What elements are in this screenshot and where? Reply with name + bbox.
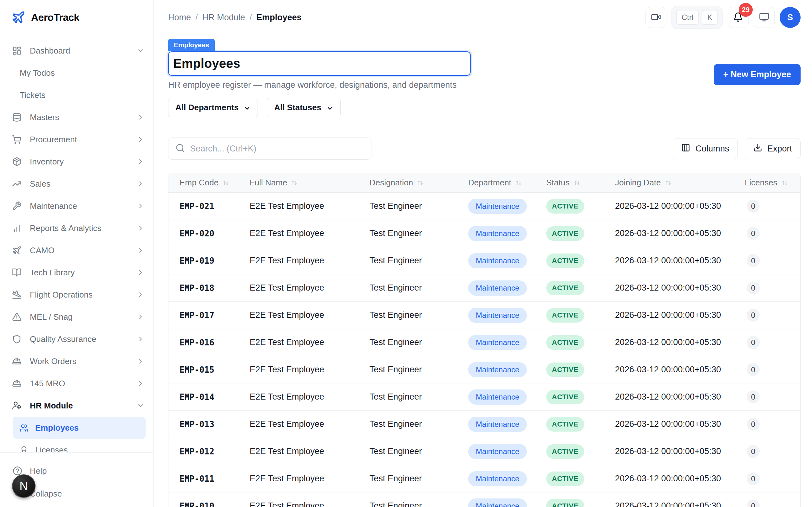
sidebar-item-flight-operations[interactable]: Flight Operations: [0, 284, 153, 306]
package-icon: [12, 157, 21, 166]
sidebar-item-sales[interactable]: Sales: [0, 173, 153, 195]
chevron-down-icon: [326, 104, 334, 111]
new-employee-button[interactable]: + New Employee: [714, 64, 801, 85]
dashboard-icon: [12, 46, 21, 55]
department-badge: Maintenance: [468, 444, 527, 459]
table-row[interactable]: EMP-017 E2E Test Employee Test Engineer …: [168, 302, 800, 329]
sort-icon: [573, 179, 581, 187]
dev-tools-badge[interactable]: N: [12, 474, 36, 498]
sidebar-item-procurement[interactable]: Procurement: [0, 128, 153, 151]
status-filter-select[interactable]: All Statuses: [267, 98, 341, 117]
column-header-full-name[interactable]: Full Name: [250, 178, 369, 187]
command-palette-shortcut[interactable]: Ctrl K: [671, 6, 722, 29]
full-name-cell: E2E Test Employee: [250, 337, 369, 347]
designation-cell: Test Engineer: [369, 392, 468, 402]
sidebar-item-inventory[interactable]: Inventory: [0, 151, 153, 173]
sidebar-item-reports-analytics[interactable]: Reports & Analytics: [0, 217, 153, 239]
department-badge: Maintenance: [468, 389, 527, 405]
designation-cell: Test Engineer: [369, 337, 468, 347]
status-cell: ACTIVE: [546, 471, 615, 486]
notifications-button[interactable]: 29: [728, 7, 749, 28]
designation-cell: Test Engineer: [369, 474, 468, 484]
main-area: Home / HR Module / Employees Ctrl K 29: [154, 0, 812, 507]
sort-icon: [416, 179, 424, 187]
department-cell: Maintenance: [468, 308, 546, 323]
table-row[interactable]: EMP-015 E2E Test Employee Test Engineer …: [168, 356, 800, 383]
sidebar-item-tech-library[interactable]: Tech Library: [0, 262, 153, 284]
breadcrumb-separator: /: [195, 13, 198, 22]
sidebar-item-quality-assurance[interactable]: Quality Assurance: [0, 328, 153, 350]
search-input[interactable]: [190, 144, 364, 154]
table-row[interactable]: EMP-012 E2E Test Employee Test Engineer …: [168, 438, 800, 465]
status-cell: ACTIVE: [546, 308, 615, 323]
sidebar-item-my-todos[interactable]: My Todos: [13, 62, 146, 84]
column-header-licenses[interactable]: Licenses: [745, 178, 789, 187]
screen-record-button[interactable]: [646, 7, 666, 28]
sidebar-item-masters[interactable]: Masters: [0, 106, 153, 128]
emp-code-cell: EMP-010: [180, 501, 250, 507]
plane-logo-icon: [11, 10, 26, 24]
designation-cell: Test Engineer: [369, 501, 468, 507]
table-body: EMP-021 E2E Test Employee Test Engineer …: [168, 193, 800, 507]
emp-code-cell: EMP-021: [180, 202, 250, 211]
full-name-cell: E2E Test Employee: [250, 228, 369, 238]
joining-date-cell: 2026-03-12 00:00:00+05:30: [615, 283, 745, 293]
department-cell: Maintenance: [468, 362, 546, 377]
hard-hat-icon: [12, 356, 21, 366]
table-row[interactable]: EMP-018 E2E Test Employee Test Engineer …: [168, 274, 800, 302]
column-header-joining-date[interactable]: Joining Date: [615, 178, 745, 187]
sidebar-item-employees[interactable]: Employees: [13, 417, 146, 439]
department-cell: Maintenance: [468, 471, 546, 487]
breadcrumb-home[interactable]: Home: [168, 13, 191, 22]
department-cell: Maintenance: [468, 498, 546, 507]
table-row[interactable]: EMP-010 E2E Test Employee Test Engineer …: [168, 493, 800, 507]
columns-button[interactable]: Columns: [673, 138, 738, 159]
joining-date-cell: 2026-03-12 00:00:00+05:30: [615, 228, 745, 238]
breadcrumb-hr-module[interactable]: HR Module: [202, 13, 245, 22]
sidebar-item-camo[interactable]: CAMO: [0, 239, 153, 262]
search-icon: [175, 143, 185, 154]
table-row[interactable]: EMP-011 E2E Test Employee Test Engineer …: [168, 465, 800, 493]
department-cell: Maintenance: [468, 335, 546, 350]
joining-date-cell: 2026-03-12 00:00:00+05:30: [615, 310, 745, 320]
column-header-status[interactable]: Status: [546, 178, 615, 187]
status-cell: ACTIVE: [546, 253, 615, 268]
search-box: [168, 137, 371, 160]
user-avatar[interactable]: S: [780, 7, 801, 28]
page-title-input[interactable]: [169, 56, 470, 71]
designation-cell: Test Engineer: [369, 419, 468, 429]
sidebar-item-mel-snag[interactable]: MEL / Snag: [0, 306, 153, 328]
table-row[interactable]: EMP-013 E2E Test Employee Test Engineer …: [168, 411, 800, 438]
sidebar-item-maintenance[interactable]: Maintenance: [0, 195, 153, 217]
department-badge: Maintenance: [468, 253, 527, 268]
department-badge: Maintenance: [468, 362, 527, 377]
sidebar-item-licenses[interactable]: Licenses: [13, 439, 146, 452]
column-header-designation[interactable]: Designation: [369, 178, 468, 187]
full-name-cell: E2E Test Employee: [250, 201, 369, 211]
column-header-emp-code[interactable]: Emp Code: [180, 178, 250, 187]
department-filter-select[interactable]: All Departments: [168, 98, 258, 117]
licenses-cell: 0: [745, 200, 789, 213]
department-badge: Maintenance: [468, 335, 527, 350]
export-button[interactable]: Export: [745, 138, 801, 159]
table-row[interactable]: EMP-019 E2E Test Employee Test Engineer …: [168, 247, 800, 274]
breadcrumb-current: Employees: [256, 13, 302, 22]
sidebar-item-dashboard[interactable]: Dashboard: [0, 40, 153, 62]
designation-cell: Test Engineer: [369, 228, 468, 238]
column-header-department[interactable]: Department: [468, 178, 546, 187]
department-cell: Maintenance: [468, 280, 546, 296]
table-row[interactable]: EMP-020 E2E Test Employee Test Engineer …: [168, 220, 800, 247]
display-mode-button[interactable]: [754, 7, 774, 28]
sidebar-item-hr-module[interactable]: HR Module: [0, 395, 153, 417]
department-cell: Maintenance: [468, 417, 546, 432]
sort-icon: [222, 179, 230, 187]
sidebar-item-tickets[interactable]: Tickets: [13, 84, 146, 106]
status-badge: ACTIVE: [546, 281, 584, 295]
trending-up-icon: [12, 179, 21, 188]
video-icon: [651, 12, 661, 23]
sidebar-item-145-mro[interactable]: 145 MRO: [0, 372, 153, 395]
table-row[interactable]: EMP-021 E2E Test Employee Test Engineer …: [168, 193, 800, 220]
table-row[interactable]: EMP-016 E2E Test Employee Test Engineer …: [168, 329, 800, 356]
table-row[interactable]: EMP-014 E2E Test Employee Test Engineer …: [168, 383, 800, 411]
sidebar-item-work-orders[interactable]: Work Orders: [0, 350, 153, 372]
